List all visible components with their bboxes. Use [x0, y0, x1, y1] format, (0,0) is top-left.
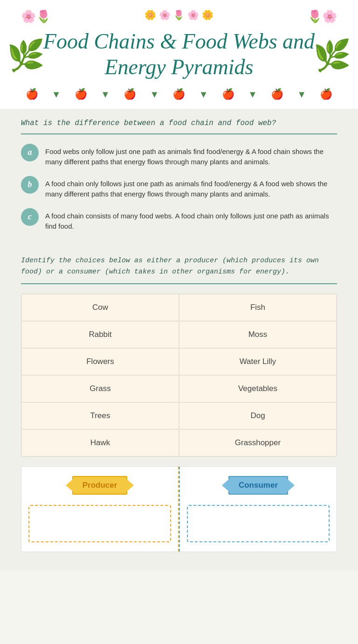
- right-leaf-icon: 🌿: [313, 38, 351, 73]
- item-hawk[interactable]: Hawk: [21, 429, 179, 456]
- option-b: b A food chain only follows just one pat…: [21, 176, 337, 200]
- header-section: 🌸🌷 🌼 🌸 🌷 🌸 🌼 🌷🌸 🌿 🌿 Food Chains & Food W…: [0, 0, 358, 109]
- consumer-column: Consumer: [179, 467, 337, 552]
- options-list: a Food webs only follow just one path as…: [21, 144, 337, 232]
- bottom-deco-row: 🍎 ▼ 🍎 ▼ 🍎 ▼ 🍎 ▼ 🍎 ▼ 🍎 ▼ 🍎: [19, 84, 339, 104]
- consumer-drop-zone[interactable]: [187, 505, 330, 542]
- deco-arrow-5: ▼: [248, 89, 257, 100]
- deco-fruit-6: 🍎: [271, 88, 283, 100]
- consumer-banner: Consumer: [228, 476, 288, 495]
- producer-column: Producer: [21, 467, 179, 552]
- option-b-bubble: b: [21, 176, 39, 194]
- item-trees[interactable]: Trees: [21, 402, 179, 429]
- deco-arrow-6: ▼: [297, 89, 306, 100]
- item-grass[interactable]: Grass: [21, 375, 179, 402]
- item-dog[interactable]: Dog: [179, 402, 337, 429]
- deco-fruit-2: 🍎: [75, 88, 87, 100]
- top-left-flowers: 🌸🌷: [21, 9, 51, 24]
- option-c: c A food chain consists of many food web…: [21, 208, 337, 232]
- deco-fruit-5: 🍎: [222, 88, 234, 100]
- items-table: Cow Fish Rabbit Moss Flowers Water Lilly…: [21, 294, 337, 457]
- option-a-text: Food webs only follow just one path as a…: [45, 144, 337, 168]
- deco-fruit-4: 🍎: [172, 88, 185, 100]
- deco-arrow-3: ▼: [150, 89, 159, 100]
- question1-text: What is the difference between a food ch…: [21, 118, 337, 128]
- item-flowers[interactable]: Flowers: [21, 348, 179, 375]
- item-moss[interactable]: Moss: [179, 321, 337, 348]
- classify-row: Producer Consumer: [21, 467, 337, 552]
- item-vegetables[interactable]: Vegetables: [179, 375, 337, 402]
- option-a: a Food webs only follow just one path as…: [21, 144, 337, 168]
- page-title: Food Chains & Food Webs and Energy Pyram…: [28, 28, 330, 80]
- option-a-bubble: a: [21, 144, 39, 161]
- item-water-lilly[interactable]: Water Lilly: [179, 348, 337, 375]
- deco-fruit-7: 🍎: [320, 88, 332, 100]
- deco-arrow-4: ▼: [199, 89, 208, 100]
- producer-banner: Producer: [72, 476, 128, 495]
- divider-2: [21, 283, 337, 284]
- item-fish[interactable]: Fish: [179, 294, 337, 321]
- producer-drop-zone[interactable]: [28, 505, 171, 542]
- item-grasshopper[interactable]: Grasshopper: [179, 429, 337, 456]
- content-area: What is the difference between a food ch…: [0, 109, 358, 570]
- deco-arrow-1: ▼: [52, 89, 61, 100]
- top-center-flowers: 🌼 🌸 🌷 🌸 🌼: [145, 9, 213, 21]
- divider-1: [21, 133, 337, 134]
- item-cow[interactable]: Cow: [21, 294, 179, 321]
- header-top-deco: 🌸🌷 🌼 🌸 🌷 🌸 🌼 🌷🌸: [19, 9, 339, 24]
- option-b-text: A food chain only follows just one path …: [45, 176, 337, 200]
- item-rabbit[interactable]: Rabbit: [21, 321, 179, 348]
- option-c-bubble: c: [21, 208, 39, 226]
- deco-fruit-3: 🍎: [124, 88, 136, 100]
- question2-text: Identify the choices below as either a p…: [21, 255, 337, 278]
- classify-section: Producer Consumer: [21, 466, 337, 552]
- deco-arrow-2: ▼: [101, 89, 110, 100]
- top-right-flowers: 🌷🌸: [307, 9, 337, 24]
- option-c-text: A food chain consists of many food webs.…: [45, 208, 337, 232]
- left-leaf-icon: 🌿: [7, 38, 45, 73]
- deco-fruit-1: 🍎: [26, 88, 38, 100]
- items-grid: Cow Fish Rabbit Moss Flowers Water Lilly…: [21, 294, 337, 456]
